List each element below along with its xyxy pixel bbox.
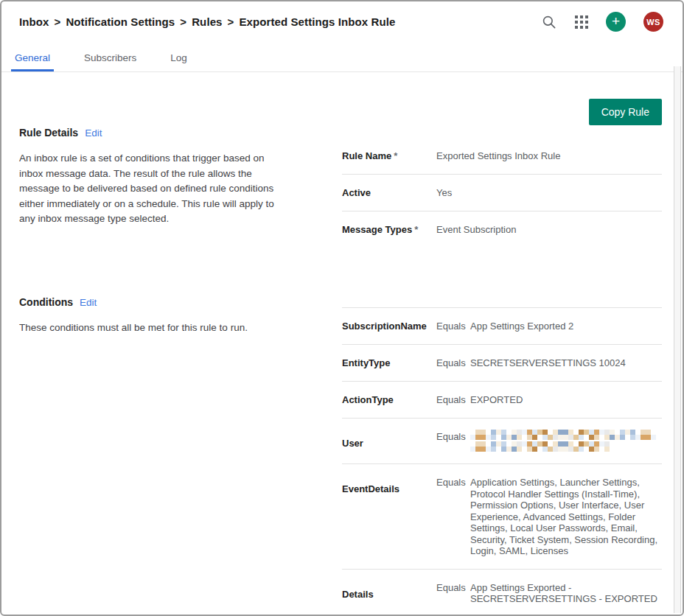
message-types-value: Event Subscription <box>436 224 662 236</box>
condition-row-action-type: ActionType Equals EXPORTED <box>342 381 662 418</box>
app-window: Inbox>Notification Settings>Rules>Export… <box>0 0 684 616</box>
message-types-label: Message Types* <box>342 224 436 236</box>
redacted-pixelation <box>470 430 662 440</box>
rule-details-title: Rule Details <box>19 127 78 139</box>
rule-name-label: Rule Name* <box>342 150 436 162</box>
field-row-message-types: Message Types* Event Subscription <box>342 211 662 248</box>
main-content: Copy Rule Rule Details Edit An inbox rul… <box>1 99 683 616</box>
app-grid-icon[interactable] <box>575 15 588 29</box>
field-row-active: Active Yes <box>342 175 662 211</box>
tab-log[interactable]: Log <box>167 43 191 71</box>
condition-row-subscription-name: SubscriptionName Equals App Settings Exp… <box>342 307 662 344</box>
subscription-name-label: SubscriptionName <box>342 321 436 332</box>
search-icon[interactable] <box>541 14 557 30</box>
active-label: Active <box>342 187 436 199</box>
add-button[interactable]: + <box>606 12 626 32</box>
breadcrumb-item-inbox[interactable]: Inbox <box>19 15 49 28</box>
entity-type-value: SECRETSERVERSETTINGS 10024 <box>470 357 662 369</box>
tab-subscribers[interactable]: Subscribers <box>80 43 140 71</box>
user-value-redacted <box>470 431 662 452</box>
user-operator: Equals <box>436 431 470 443</box>
entity-type-label: EntityType <box>342 357 436 369</box>
conditions-title: Conditions <box>19 296 73 308</box>
action-type-operator: Equals <box>436 394 470 406</box>
subscription-name-operator: Equals <box>436 321 470 332</box>
rule-details-description: An inbox rule is a set of conditions tha… <box>19 151 279 227</box>
breadcrumb: Inbox>Notification Settings>Rules>Export… <box>19 15 395 28</box>
rule-name-value: Exported Settings Inbox Rule <box>436 150 662 162</box>
details-label: Details <box>342 582 436 601</box>
header-actions: + WS <box>541 12 663 32</box>
toolbar: Copy Rule <box>19 99 662 125</box>
breadcrumb-separator: > <box>228 15 234 28</box>
redacted-pixelation <box>470 441 662 452</box>
field-row-rule-name: Rule Name* Exported Settings Inbox Rule <box>342 138 662 175</box>
breadcrumb-item-notification-settings[interactable]: Notification Settings <box>66 15 175 28</box>
entity-type-operator: Equals <box>436 357 470 369</box>
conditions-fields: SubscriptionName Equals App Settings Exp… <box>342 296 662 616</box>
breadcrumb-separator: > <box>55 15 61 28</box>
subscription-name-value: App Settings Exported 2 <box>470 321 662 332</box>
action-type-label: ActionType <box>342 394 436 406</box>
breadcrumb-item-current-rule: Exported Settings Inbox Rule <box>239 15 395 28</box>
breadcrumb-item-rules[interactable]: Rules <box>192 15 222 28</box>
tab-bar: General Subscribers Log <box>1 43 683 72</box>
top-header: Inbox>Notification Settings>Rules>Export… <box>1 1 683 32</box>
vertical-scrollbar[interactable] <box>674 66 681 613</box>
event-details-label: EventDetails <box>342 477 436 495</box>
condition-row-user: User Equals <box>342 418 662 463</box>
required-asterisk: * <box>394 150 397 161</box>
user-label: User <box>342 431 436 449</box>
action-type-value: EXPORTED <box>470 394 662 406</box>
copy-rule-button[interactable]: Copy Rule <box>589 99 662 125</box>
grid-3x3-icon <box>575 15 588 29</box>
event-details-operator: Equals <box>436 477 470 489</box>
rule-details-fields: Rule Name* Exported Settings Inbox Rule … <box>342 127 662 248</box>
condition-row-entity-type: EntityType Equals SECRETSERVERSETTINGS 1… <box>342 344 662 381</box>
user-avatar[interactable]: WS <box>643 12 663 32</box>
conditions-edit-link[interactable]: Edit <box>80 297 97 308</box>
event-details-value: Application Settings, Launcher Settings,… <box>470 477 662 557</box>
condition-row-details: Details Equals App Settings Exported - S… <box>342 569 662 616</box>
rule-details-edit-link[interactable]: Edit <box>85 127 102 139</box>
rule-details-section: Rule Details Edit An inbox rule is a set… <box>19 127 662 248</box>
conditions-intro: Conditions Edit These conditions must al… <box>19 296 342 616</box>
tab-general[interactable]: General <box>11 43 54 71</box>
conditions-description: These conditions must all be met for thi… <box>19 321 279 336</box>
active-value: Yes <box>436 187 662 199</box>
breadcrumb-separator: > <box>180 15 186 28</box>
required-asterisk: * <box>414 224 418 235</box>
conditions-section: Conditions Edit These conditions must al… <box>19 296 662 616</box>
condition-row-event-details: EventDetails Equals Application Settings… <box>342 463 662 569</box>
details-value: App Settings Exported - SECRETSERVERSETT… <box>470 582 662 605</box>
rule-details-intro: Rule Details Edit An inbox rule is a set… <box>19 127 342 248</box>
details-operator: Equals <box>436 582 470 594</box>
